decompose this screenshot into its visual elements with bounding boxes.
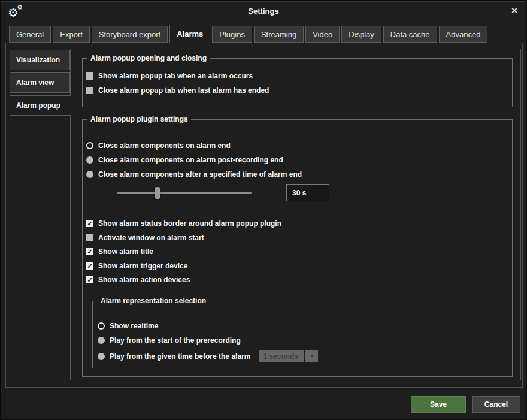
radio-label: Close alarm components on alarm end — [98, 141, 231, 150]
radio-label: Show realtime — [110, 322, 158, 330]
checkbox-checked[interactable]: ✓ — [86, 276, 93, 283]
checkbox-row-activate-window[interactable]: Activate window on alarm start — [86, 234, 204, 242]
time-before-alarm-dropdown[interactable]: 1 seconds ▼ — [259, 350, 318, 362]
cancel-button[interactable]: Cancel — [472, 396, 520, 413]
side-tab-visualization[interactable]: Visualization — [10, 50, 70, 70]
tab-alarms[interactable]: Alarms — [169, 25, 210, 43]
radio-selected[interactable] — [86, 142, 93, 149]
checkbox-row-show-alarm-title[interactable]: ✓ Show alarm title — [86, 247, 153, 256]
side-tab-alarm-view[interactable]: Alarm view — [10, 72, 70, 93]
alarm-side-tabs: Visualization Alarm view Alarm popup — [10, 50, 71, 118]
radio-row-play-from-prerecording[interactable]: Play from the start of the prerecording — [98, 336, 241, 345]
tab-data-cache[interactable]: Data cache — [383, 26, 437, 43]
checkbox-unchecked[interactable] — [86, 234, 93, 241]
radio-selected[interactable] — [98, 322, 105, 330]
radio-row-play-from-given-time[interactable]: Play from the given time before the alar… — [98, 350, 318, 362]
radio-label: Play from the given time before the alar… — [110, 352, 250, 361]
tab-export[interactable]: Export — [53, 26, 90, 43]
checkbox-row-show-popup-tab[interactable]: Show alarm popup tab when an alarm occur… — [86, 72, 253, 80]
checkbox-label: Show alarm status border around alarm po… — [98, 219, 281, 228]
group-alarm-popup-opening-closing: Alarm popup opening and closing Show ala… — [82, 58, 513, 107]
dropdown-value[interactable]: 1 seconds — [259, 350, 304, 362]
checkbox-row-close-popup-tab[interactable]: Close alarm popup tab when last alarm ha… — [86, 86, 269, 95]
tab-display[interactable]: Display — [341, 26, 381, 43]
alarm-popup-panel: Alarm popup opening and closing Show ala… — [70, 49, 521, 380]
radio-label: Play from the start of the prerecording — [110, 336, 241, 345]
close-icon[interactable]: × — [507, 4, 522, 18]
radio-row-close-on-alarm-end[interactable]: Close alarm components on alarm end — [86, 141, 231, 150]
radio-unselected[interactable] — [86, 156, 93, 164]
tab-general[interactable]: General — [9, 26, 51, 43]
alarms-tab-panel: Visualization Alarm view Alarm popup Ala… — [5, 43, 523, 388]
checkbox-checked[interactable]: ✓ — [86, 248, 93, 255]
radio-unselected[interactable] — [98, 353, 105, 360]
save-button[interactable]: Save — [411, 396, 466, 413]
tab-plugins[interactable]: Plugins — [212, 26, 252, 43]
checkbox-checked[interactable]: ✓ — [86, 262, 93, 270]
alarm-end-time-slider-row: 30 s — [114, 184, 383, 202]
settings-tabbar: General Export Storyboard export Alarms … — [9, 26, 487, 43]
checkbox-row-show-action-devices[interactable]: ✓ Show alarm action devices — [86, 276, 190, 284]
group-alarm-popup-plugin-settings: Alarm popup plugin settings Close alarm … — [82, 119, 513, 377]
titlebar: ⚙ ⚙ Settings × — [1, 2, 526, 23]
tab-streaming[interactable]: Streaming — [254, 26, 304, 43]
checkbox-label: Show alarm title — [98, 247, 153, 256]
checkbox-unchecked[interactable] — [86, 72, 93, 80]
side-tab-alarm-popup[interactable]: Alarm popup — [10, 95, 71, 116]
chevron-down-icon[interactable]: ▼ — [305, 350, 318, 362]
tab-advanced[interactable]: Advanced — [439, 26, 488, 43]
radio-row-close-on-post-recording-end[interactable]: Close alarm components on alarm post-rec… — [86, 156, 283, 164]
radio-label: Close alarm components after a specified… — [98, 170, 302, 179]
checkbox-checked[interactable]: ✓ — [86, 220, 93, 227]
checkbox-label: Show alarm popup tab when an alarm occur… — [98, 72, 253, 80]
radio-unselected[interactable] — [86, 171, 93, 178]
group-alarm-representation-selection: Alarm representation selection Show real… — [92, 301, 505, 368]
radio-label: Close alarm components on alarm post-rec… — [98, 156, 283, 164]
tab-video[interactable]: Video — [305, 26, 340, 43]
checkbox-label: Show alarm action devices — [98, 276, 190, 284]
checkbox-row-show-trigger-device[interactable]: ✓ Show alarm trigger device — [86, 262, 187, 270]
checkbox-label: Show alarm trigger device — [98, 262, 187, 270]
tab-storyboard-export[interactable]: Storyboard export — [92, 26, 168, 43]
slider-value-field[interactable]: 30 s — [286, 184, 329, 201]
window-title: Settings — [1, 7, 526, 16]
radio-row-close-after-specified-time[interactable]: Close alarm components after a specified… — [86, 170, 302, 179]
group-title: Alarm representation selection — [98, 297, 209, 305]
slider-track[interactable] — [117, 192, 252, 194]
radio-unselected[interactable] — [98, 337, 105, 344]
checkbox-label: Close alarm popup tab when last alarm ha… — [98, 86, 269, 95]
radio-row-show-realtime[interactable]: Show realtime — [98, 322, 158, 330]
group-title: Alarm popup opening and closing — [87, 54, 210, 62]
settings-window: ⚙ ⚙ Settings × General Export Storyboard… — [0, 0, 527, 420]
dialog-footer: Save Cancel — [1, 388, 527, 420]
group-title: Alarm popup plugin settings — [87, 115, 191, 123]
checkbox-unchecked[interactable] — [86, 87, 93, 94]
checkbox-row-status-border[interactable]: ✓ Show alarm status border around alarm … — [86, 219, 281, 228]
checkbox-label: Activate window on alarm start — [98, 234, 204, 242]
slider-thumb[interactable] — [155, 187, 160, 199]
